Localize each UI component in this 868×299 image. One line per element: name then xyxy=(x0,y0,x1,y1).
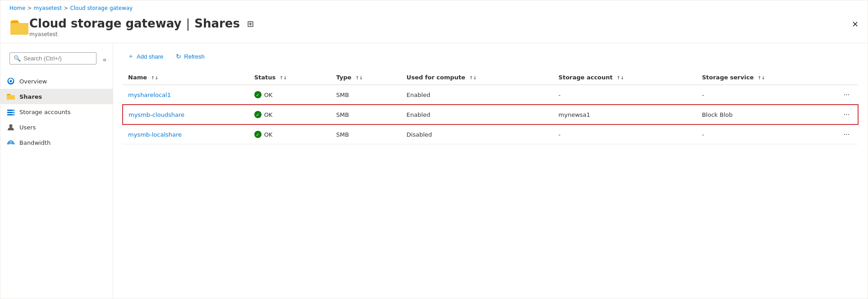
cell-storage-service: - xyxy=(697,124,836,144)
sidebar-item-overview-label: Overview xyxy=(19,78,47,85)
cell-storage-service: Block Blob xyxy=(697,105,836,124)
table-row[interactable]: mysmb-localshareOKSMBDisabled--··· xyxy=(123,124,858,144)
table-row[interactable]: mysmb-cloudshareOKSMBEnabledmynewsa1Bloc… xyxy=(123,105,858,124)
cell-used-for-compute: Enabled xyxy=(401,85,553,105)
shares-table: Name ↑↓ Status ↑↓ Type ↑↓ Used for com xyxy=(122,70,859,144)
col-storage-account[interactable]: Storage account ↑↓ xyxy=(553,70,697,85)
toolbar: ＋ Add share ↻ Refresh xyxy=(122,50,859,63)
add-icon: ＋ xyxy=(128,52,134,60)
overview-icon xyxy=(7,77,15,85)
refresh-icon: ↻ xyxy=(176,53,181,60)
sidebar-item-shares-label: Shares xyxy=(19,93,42,100)
search-icon: 🔍 xyxy=(14,55,21,62)
sidebar-item-storage-label: Storage accounts xyxy=(19,109,71,115)
cell-storage-account: mynewsa1 xyxy=(553,105,697,124)
svg-point-7 xyxy=(13,110,14,111)
add-share-button[interactable]: ＋ Add share xyxy=(122,50,169,63)
header-subtitle: myasetest xyxy=(29,31,254,37)
cell-more-actions[interactable]: ··· xyxy=(836,124,858,144)
folder-icon xyxy=(9,17,29,37)
table-row[interactable]: mysharelocal1OKSMBEnabled--··· xyxy=(123,85,858,105)
shares-icon xyxy=(7,92,15,101)
cell-status: OK xyxy=(249,124,331,144)
cell-status: OK xyxy=(249,105,331,124)
cell-more-actions[interactable]: ··· xyxy=(836,105,858,124)
add-share-label: Add share xyxy=(137,53,163,60)
sidebar-item-shares[interactable]: Shares xyxy=(0,89,113,104)
col-actions xyxy=(836,70,858,85)
breadcrumb-home[interactable]: Home xyxy=(9,5,25,11)
header-title: Cloud storage gateway | Shares ⊞ xyxy=(29,17,254,30)
sidebar-item-users-label: Users xyxy=(19,124,36,131)
cell-type: SMB xyxy=(331,124,401,144)
status-ok-icon xyxy=(254,111,262,118)
storage-service-sort-icon: ↑↓ xyxy=(758,75,765,80)
status-ok-icon xyxy=(254,91,262,98)
header-separator: | xyxy=(186,17,190,30)
header-title-block: Cloud storage gateway | Shares ⊞ myasete… xyxy=(29,17,254,37)
users-icon xyxy=(7,123,15,131)
cell-name[interactable]: mysmb-cloudshare xyxy=(123,105,249,124)
sidebar-item-users[interactable]: Users xyxy=(0,120,113,135)
breadcrumb-current[interactable]: Cloud storage gateway xyxy=(70,5,133,11)
refresh-button[interactable]: ↻ Refresh xyxy=(170,50,210,63)
col-status[interactable]: Status ↑↓ xyxy=(249,70,331,85)
status-ok-icon xyxy=(254,131,262,138)
type-sort-icon: ↑↓ xyxy=(355,75,363,80)
sidebar: 🔍 « Overview Shares xyxy=(0,43,113,299)
cell-type: SMB xyxy=(331,85,401,105)
cell-storage-account: - xyxy=(553,85,697,105)
svg-point-8 xyxy=(13,112,14,113)
breadcrumb-sep1: > xyxy=(27,5,32,11)
search-input[interactable] xyxy=(23,55,92,62)
refresh-label: Refresh xyxy=(184,53,205,60)
page-body: 🔍 « Overview Shares xyxy=(0,43,868,299)
cell-name[interactable]: mysmb-localshare xyxy=(123,124,249,144)
col-name[interactable]: Name ↑↓ xyxy=(123,70,249,85)
breadcrumb-sep2: > xyxy=(64,5,68,11)
col-type[interactable]: Type ↑↓ xyxy=(331,70,401,85)
svg-point-2 xyxy=(10,80,12,83)
row-more-button[interactable]: ··· xyxy=(841,110,852,120)
status-sort-icon: ↑↓ xyxy=(280,75,287,80)
cell-used-for-compute: Disabled xyxy=(401,124,553,144)
svg-point-10 xyxy=(9,124,13,128)
cell-status: OK xyxy=(249,85,331,105)
header-title-main: Cloud storage gateway xyxy=(29,17,181,30)
pin-icon[interactable]: ⊞ xyxy=(247,19,254,28)
row-more-button[interactable]: ··· xyxy=(841,90,852,100)
storage-account-sort-icon: ↑↓ xyxy=(616,75,624,80)
main-content: ＋ Add share ↻ Refresh Name ↑↓ xyxy=(113,43,868,299)
compute-sort-icon: ↑↓ xyxy=(469,75,477,80)
svg-point-9 xyxy=(13,115,14,115)
sidebar-item-overview[interactable]: Overview xyxy=(0,74,113,89)
cell-name[interactable]: mysharelocal1 xyxy=(123,85,249,105)
cell-storage-account: - xyxy=(553,124,697,144)
breadcrumb-myasetest[interactable]: myasetest xyxy=(34,5,62,11)
table-header-row: Name ↑↓ Status ↑↓ Type ↑↓ Used for com xyxy=(123,70,858,85)
bandwidth-icon xyxy=(7,138,15,147)
collapse-sidebar-button[interactable]: « xyxy=(101,55,108,64)
cell-type: SMB xyxy=(331,105,401,124)
cell-used-for-compute: Enabled xyxy=(401,105,553,124)
sidebar-item-bandwidth-label: Bandwidth xyxy=(19,139,51,146)
cell-more-actions[interactable]: ··· xyxy=(836,85,858,105)
svg-rect-1 xyxy=(10,23,28,35)
storage-accounts-icon xyxy=(7,108,15,116)
main-container: Home > myasetest > Cloud storage gateway… xyxy=(0,0,868,299)
row-more-button[interactable]: ··· xyxy=(841,129,852,139)
breadcrumb: Home > myasetest > Cloud storage gateway xyxy=(0,0,868,14)
close-button[interactable]: ✕ xyxy=(850,18,860,31)
sidebar-item-bandwidth[interactable]: Bandwidth xyxy=(0,135,113,150)
search-box: 🔍 xyxy=(9,52,96,64)
svg-rect-3 xyxy=(7,95,15,100)
col-used-for-compute[interactable]: Used for compute ↑↓ xyxy=(401,70,553,85)
cell-storage-service: - xyxy=(697,85,836,105)
col-storage-service[interactable]: Storage service ↑↓ xyxy=(697,70,836,85)
page-header: Cloud storage gateway | Shares ⊞ myasete… xyxy=(0,14,868,43)
name-sort-icon: ↑↓ xyxy=(151,75,159,80)
header-title-section: Shares xyxy=(194,17,240,30)
sidebar-item-storage-accounts[interactable]: Storage accounts xyxy=(0,104,113,120)
